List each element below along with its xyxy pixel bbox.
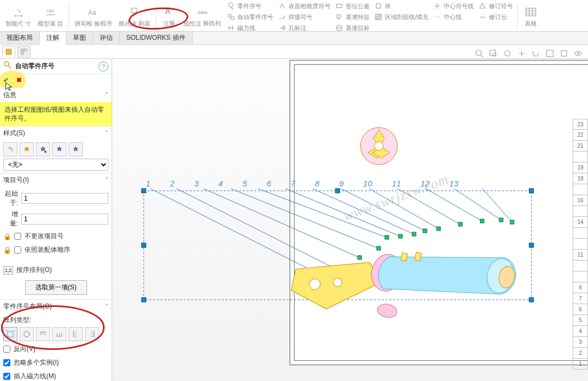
style-save-icon[interactable]: [69, 142, 83, 156]
panel-tab-tree[interactable]: [17, 46, 30, 58]
svg-rect-22: [561, 51, 567, 56]
ribbon-datum[interactable]: 基准特征: [333, 12, 372, 22]
ribbon-format-paint[interactable]: 格式涂 刷器: [115, 1, 154, 31]
info-message: 选择工程图图纸/视图来插入自动零件序号。: [0, 102, 112, 126]
ribbon-linear-pattern[interactable]: 线性注 释阵列: [180, 1, 224, 31]
inc-label: 增量:: [3, 210, 18, 228]
tab-view-layout[interactable]: 视图布局: [0, 32, 40, 44]
drawing-canvas[interactable]: 1 2 3 4 5 6 7 8 9 10 11 12 13: [112, 59, 588, 381]
svg-rect-70: [510, 220, 514, 224]
svg-line-51: [313, 189, 414, 234]
chevron-up-icon[interactable]: ˄: [105, 130, 108, 137]
cancel-button[interactable]: ✖: [16, 76, 26, 86]
ribbon: 智能尺 寸 Abc 模型项 目 Aa 拼写检 验程序 格式涂 刷器 A 注释 线…: [0, 0, 588, 32]
ribbon-datum-target[interactable]: 基准目标: [333, 23, 372, 33]
zone-cell: [573, 239, 588, 250]
view-icon[interactable]: [559, 48, 569, 59]
ignoremulti-checkbox[interactable]: [3, 359, 10, 366]
svg-point-29: [4, 62, 9, 66]
ribbon-magline[interactable]: 磁力线: [224, 23, 275, 33]
ribbon-centermark[interactable]: 中心符号线: [431, 1, 476, 11]
ribbon-weld[interactable]: 焊接符号: [275, 12, 333, 22]
start-input[interactable]: [21, 193, 108, 204]
svg-rect-21: [547, 50, 553, 57]
svg-point-17: [476, 50, 481, 56]
zoom-fit-icon[interactable]: [474, 48, 485, 59]
tab-sw-addins[interactable]: SOLIDWORKS 插件: [120, 32, 193, 44]
panel-tab-pm[interactable]: [2, 46, 15, 58]
svg-line-45: [150, 189, 324, 277]
ribbon-balloon[interactable]: 零件序号: [224, 1, 275, 11]
ribbon-model-items[interactable]: Abc 模型项 目: [34, 1, 66, 31]
ribbon-centerline[interactable]: 中心线: [431, 12, 476, 22]
pattern-right-icon[interactable]: [85, 327, 99, 341]
svg-rect-14: [376, 4, 381, 8]
drawing-svg: [112, 59, 588, 381]
ribbon-block[interactable]: 块: [372, 1, 431, 11]
pattern-left-icon[interactable]: [69, 327, 83, 341]
ribbon-rev-cloud[interactable]: 修订云: [476, 12, 515, 22]
pick-first-button[interactable]: 选取第一项(S): [25, 280, 87, 295]
ribbon-block-group: 块 区域剖面线/填充: [372, 1, 431, 22]
pattern-label: 阵列类型:: [3, 316, 108, 325]
svg-rect-69: [499, 218, 503, 222]
ribbon-auto-balloon[interactable]: 自动零件序号: [224, 12, 275, 22]
help-icon[interactable]: ?: [99, 62, 108, 71]
svg-text:A: A: [165, 7, 170, 15]
tab-evaluate[interactable]: 评估: [93, 32, 120, 44]
zone-cell: 7: [573, 293, 588, 304]
zone-cell: [573, 206, 588, 217]
tab-annotation[interactable]: 注解: [40, 32, 66, 45]
pattern-top-icon[interactable]: [36, 327, 50, 341]
style-apply-icon[interactable]: [3, 142, 17, 156]
style-select[interactable]: <无>: [3, 159, 108, 171]
rotate-icon[interactable]: [530, 48, 541, 59]
pattern-bottom-icon[interactable]: [52, 327, 66, 341]
command-tabs: 视图布局 注解 草图 评估 SOLIDWORKS 插件: [0, 32, 588, 45]
ribbon-center-group: 中心符号线 中心线: [431, 1, 476, 22]
ribbon-gtol[interactable]: 形位公差: [333, 1, 372, 11]
ribbon-surface-finish[interactable]: 表面粗糙度符号: [275, 1, 333, 11]
svg-point-33: [26, 336, 27, 337]
reverse-checkbox[interactable]: [3, 346, 10, 353]
hide-show-icon[interactable]: [573, 48, 584, 59]
svg-rect-44: [529, 298, 534, 302]
zone-strip: 232221191816141187654321: [573, 119, 588, 381]
svg-point-6: [205, 11, 207, 14]
ribbon-rev-symbol[interactable]: 修订符号: [476, 1, 515, 11]
insertmag-checkbox[interactable]: [3, 373, 10, 380]
style-load-icon[interactable]: [52, 142, 66, 156]
ribbon-hatch[interactable]: 区域剖面线/填充: [372, 12, 431, 22]
start-label: 起始于:: [3, 189, 18, 208]
svg-rect-25: [6, 49, 11, 55]
zoom-area-icon[interactable]: [488, 48, 499, 59]
svg-rect-66: [437, 227, 440, 231]
zone-cell: 2: [573, 348, 588, 359]
chevron-up-icon[interactable]: ˄: [105, 92, 108, 99]
ribbon-tables[interactable]: 表格: [520, 1, 542, 31]
nochange-checkbox[interactable]: [14, 233, 21, 240]
pattern-square-icon[interactable]: [3, 327, 17, 341]
chevron-up-icon[interactable]: ˄: [105, 303, 108, 311]
display-icon[interactable]: [544, 48, 555, 59]
ribbon-smart-dim[interactable]: 智能尺 寸: [2, 1, 34, 31]
style-del-icon[interactable]: [36, 142, 50, 156]
section-icon[interactable]: [516, 48, 527, 59]
svg-rect-68: [480, 219, 484, 223]
chevron-up-icon[interactable]: ˄: [105, 177, 108, 184]
style-add-icon[interactable]: [20, 142, 34, 156]
pattern-circle-icon[interactable]: [20, 327, 34, 341]
inc-input[interactable]: [21, 214, 108, 225]
pm-title: 自动零件序号: [15, 62, 95, 71]
zoom-prev-icon[interactable]: [502, 48, 513, 59]
ribbon-spell[interactable]: Aa 拼写检 验程序: [71, 1, 115, 31]
ribbon-note[interactable]: A 注释: [158, 1, 180, 31]
ok-button[interactable]: ✔: [3, 76, 13, 86]
tab-sketch[interactable]: 草图: [66, 32, 93, 44]
ribbon-hole-callout[interactable]: 孔标注: [275, 23, 333, 33]
zone-cell: 5: [573, 315, 588, 326]
svg-line-55: [426, 189, 482, 221]
svg-line-47: [204, 189, 360, 258]
zone-cell: [573, 152, 588, 162]
followasm-checkbox[interactable]: [14, 246, 21, 253]
